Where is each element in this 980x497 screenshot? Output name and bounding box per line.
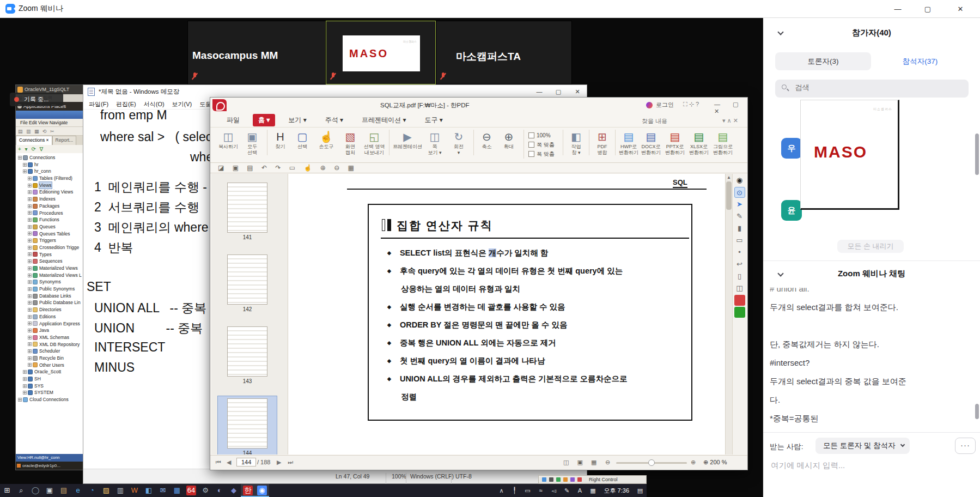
chat-input[interactable]	[770, 460, 955, 470]
tray-icon[interactable]: A	[574, 487, 587, 494]
expand-icon[interactable]	[28, 274, 32, 277]
sqldeveloper-menubar[interactable]: File Edit View Navigate	[16, 119, 84, 127]
expand-icon[interactable]	[28, 349, 32, 353]
annotation-tool[interactable]: ▮	[734, 223, 745, 234]
expand-icon[interactable]	[28, 232, 32, 235]
pdf-menu-tab[interactable]: 도구 ▾	[419, 114, 448, 126]
chat-messages[interactable]: # union all.두개의 select결과를 합쳐 보여준다.단, 중복값…	[770, 280, 971, 430]
zoom-out-icon[interactable]: ⊖	[605, 459, 610, 466]
expand-icon[interactable]	[28, 197, 32, 201]
toolbar-button[interactable]: ◱ 선택 영역 내보내기	[363, 130, 386, 155]
tree-node[interactable]: Editions	[16, 313, 84, 320]
annotation-tool[interactable]: ↩	[734, 259, 745, 270]
taskbar-app-icon[interactable]: ◔	[85, 484, 99, 497]
scrollbar-thumb[interactable]	[726, 181, 732, 210]
expand-icon[interactable]	[28, 252, 32, 256]
toolbar-button[interactable]: ▧ 화면 캡처	[339, 130, 362, 155]
toolbar-button[interactable]: ▢ 선택	[291, 130, 314, 155]
tree-node[interactable]: Application Express	[16, 320, 84, 328]
taskbar-app-icon[interactable]: ▦	[170, 484, 184, 497]
tree-node[interactable]: Types	[16, 251, 84, 258]
toolbar-button[interactable]: ◧ 작업 창 ▾	[563, 130, 586, 155]
expand-icon[interactable]	[28, 363, 32, 367]
expand-icon[interactable]	[23, 370, 27, 374]
annotation-tool[interactable]	[734, 307, 745, 318]
tree-node[interactable]: Indexes	[16, 196, 84, 203]
sqldeveloper-tabs[interactable]: Connections × Report...	[16, 136, 84, 145]
annotation-tool[interactable]: ⊙	[734, 187, 745, 198]
annotation-tool[interactable]	[734, 295, 745, 306]
page-number-input[interactable]: 144	[236, 458, 256, 466]
expand-icon[interactable]	[28, 204, 32, 208]
taskbar-app-icon[interactable]: ▤	[57, 484, 71, 497]
pdf-menu-tab[interactable]: 홈 ▾	[253, 114, 275, 126]
more-options-button[interactable]: ···	[955, 438, 976, 454]
taskbar-app-icon[interactable]: ⚙	[198, 484, 212, 497]
account-avatar[interactable]	[646, 102, 653, 108]
tab-connections[interactable]: Connections ×	[16, 136, 52, 145]
page-scrollbar[interactable]: ▲	[725, 174, 732, 454]
zoom-in-icon[interactable]: ⊕	[691, 459, 696, 466]
participant-avatar[interactable]: 윤	[781, 169, 802, 190]
vm-terminal-task[interactable]: oracle@edydr1p0...	[16, 462, 89, 470]
tree-node[interactable]: hr_conn	[16, 168, 84, 175]
tree-node[interactable]: SYS	[16, 383, 84, 390]
pdf-toolbar[interactable]: ◫ 복사하기 ▣ 모두 선택 H 찾기 ▢ 선택 ☝ 손도구	[210, 127, 747, 163]
tree-node[interactable]: Queues Tables	[16, 231, 84, 238]
toolbar-button[interactable]: ▤ 그림으로 변환하기	[711, 130, 734, 155]
find-input[interactable]	[641, 117, 701, 125]
expand-icon[interactable]	[28, 225, 32, 229]
windows-taskbar[interactable]: ⊞ ⌕ ◯ ▣ ▤ e ◔ ▨	[0, 484, 647, 497]
toolbar-button[interactable]: ⊖ 축소	[473, 130, 496, 155]
menu-file[interactable]: 파일(F)	[89, 101, 108, 107]
expand-icon[interactable]	[28, 246, 32, 250]
tray-icon[interactable]: ▦	[587, 487, 600, 494]
tree-node[interactable]: Procedures	[16, 210, 84, 217]
expand-icon[interactable]	[28, 266, 32, 270]
tree-node[interactable]: Directories	[16, 306, 84, 313]
tree-node[interactable]: Cloud Connections	[16, 396, 84, 403]
notification-icon[interactable]: ▤	[634, 487, 647, 494]
view-mode-icons[interactable]: ◫ ▣ ▦	[563, 459, 600, 466]
tree-node[interactable]: Queues	[16, 223, 84, 231]
toolbar-button[interactable]: ▤ HWP로 변환하기	[615, 130, 638, 155]
expand-icon[interactable]	[18, 398, 22, 402]
toolbar-button[interactable]: ▤ XLSX로 변환하기	[687, 130, 710, 155]
expand-icon[interactable]	[28, 342, 32, 346]
video-tile-masocampus[interactable]: Masocampus MM	[187, 21, 326, 84]
taskbar-app-icon[interactable]: ⌕	[14, 484, 28, 497]
pdf-menu-tab[interactable]: 보기 ▾	[283, 114, 312, 126]
expand-icon[interactable]	[23, 384, 27, 388]
toolbar-button[interactable]: ⊕ 확대	[497, 130, 520, 155]
titlebar-icons[interactable]: ⛶ ⊹ ?	[683, 101, 699, 108]
tree-node[interactable]: SYSTEM	[16, 389, 84, 396]
close-icon[interactable]: ✕	[948, 0, 973, 18]
taskbar-app-icon[interactable]: 한	[241, 484, 255, 497]
menu-format[interactable]: 서식(O)	[144, 101, 165, 107]
expand-icon[interactable]	[28, 280, 32, 284]
minimize-icon[interactable]: —	[885, 0, 910, 18]
thumbnail-141[interactable]: 141	[218, 180, 277, 249]
toolbar-button[interactable]: ▤ DOCX로 변환하기	[640, 130, 662, 155]
annotation-tool[interactable]: •	[734, 247, 745, 258]
toolbar-button[interactable]: ◫ 쪽 보기 ▾	[423, 130, 446, 155]
tree-node[interactable]: Synonyms	[16, 278, 84, 286]
tree-node[interactable]: Packages	[16, 203, 84, 210]
expand-icon[interactable]	[28, 322, 32, 325]
expand-icon[interactable]	[28, 218, 32, 222]
thumbnail-144-selected[interactable]: 144	[218, 396, 277, 454]
zoom-fit-block[interactable]: 100% 쪽 맞춤 폭 맞춤	[524, 130, 558, 159]
next-page-icon[interactable]: ▶	[277, 459, 281, 466]
participant-list[interactable]: 신 우 윤 윤 MASO 마소캠퍼스	[763, 18, 980, 241]
annotation-tool[interactable]: ◉	[734, 175, 745, 186]
expand-icon[interactable]	[28, 287, 32, 291]
chat-scrollbar[interactable]	[975, 404, 979, 419]
sqldeveloper-toolbar[interactable]: ▤ ▥ ▦ ⟲ ✂	[16, 127, 84, 136]
tree-node[interactable]: Public Synonyms	[16, 286, 84, 293]
taskbar-app-icon[interactable]: ▨	[99, 484, 113, 497]
taskbar-app-icon[interactable]: ▣	[42, 484, 57, 497]
participant-avatar[interactable]: 윤	[781, 200, 802, 221]
participant-avatar-partial[interactable]	[781, 231, 802, 241]
taskbar-app-icon[interactable]: e	[71, 484, 85, 497]
tree-node[interactable]: Tables (Filtered)	[16, 175, 84, 182]
